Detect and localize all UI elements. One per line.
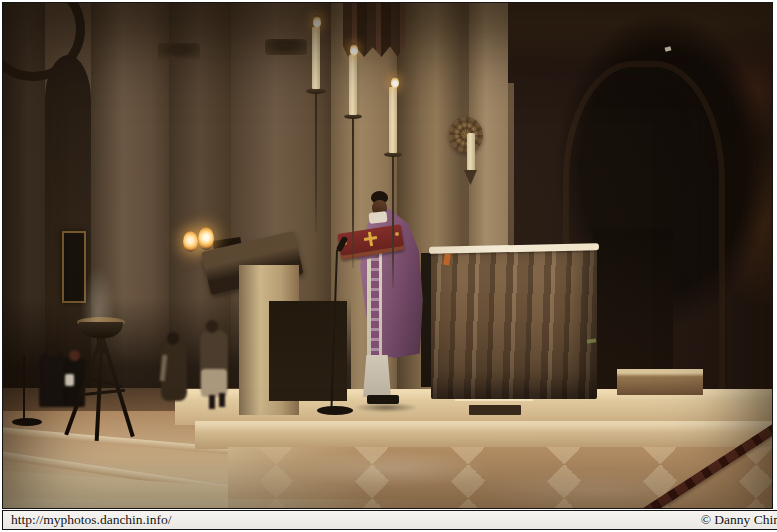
photo-source-url: http://myphotos.danchin.info/ xyxy=(11,512,172,528)
candle-3 xyxy=(389,87,397,153)
candle-2 xyxy=(349,55,357,115)
priest-alb-hem xyxy=(363,355,391,397)
candle-stand-pole-2 xyxy=(352,118,354,268)
cathedral-photo xyxy=(2,2,773,509)
candle-stand-pole-3 xyxy=(392,156,394,288)
candle-stand-pole-1 xyxy=(315,93,317,233)
copyright-text: © Danny Chin xyxy=(701,512,777,528)
spectator-leg-1 xyxy=(209,395,215,409)
walking-spectator-2-head xyxy=(206,320,218,333)
priest-collar xyxy=(368,211,387,224)
seated-spectator-2-head xyxy=(69,350,80,361)
walking-spectator-1-head xyxy=(167,332,179,345)
second-mic-stand-base xyxy=(12,418,42,426)
photo-page: http://myphotos.danchin.info/ © Danny Ch… xyxy=(0,0,777,532)
second-mic-stand-pole xyxy=(23,355,25,421)
priest-stole-band xyxy=(371,251,379,357)
incense-smoke xyxy=(81,265,115,325)
candle-flame-3 xyxy=(391,76,399,88)
book-clasp-2 xyxy=(395,232,399,236)
priest-shoes xyxy=(367,395,399,404)
seated-spectator-1 xyxy=(39,353,65,407)
candle-flame-1 xyxy=(313,15,321,28)
spectator-white-badge xyxy=(65,374,74,386)
microphone-stand-base xyxy=(317,406,353,415)
priest-shadow xyxy=(355,403,417,412)
candle-flame-2 xyxy=(350,43,358,56)
caption-bar: http://myphotos.danchin.info/ © Danny Ch… xyxy=(2,510,777,530)
candle-1 xyxy=(312,27,320,89)
seated-spectator-1-head xyxy=(46,345,58,357)
spectator-leg-2 xyxy=(219,393,225,407)
